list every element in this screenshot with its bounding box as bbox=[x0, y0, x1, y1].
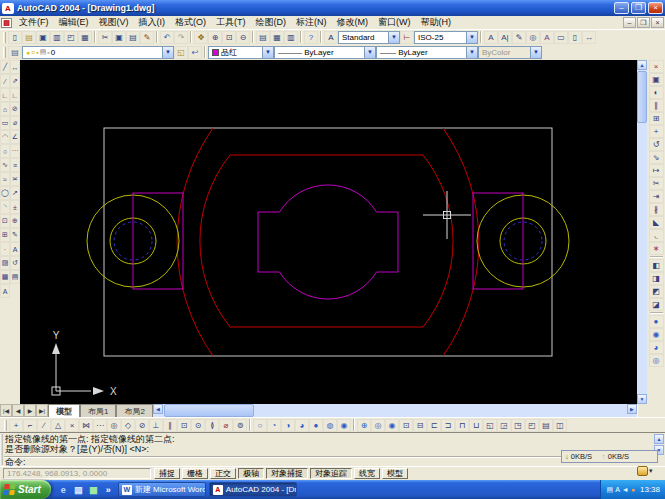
designcenter-button[interactable]: ▦ bbox=[270, 31, 284, 44]
toolbar-grip[interactable] bbox=[3, 32, 6, 43]
layer-on-button[interactable]: ● bbox=[26, 49, 30, 56]
task-button-0[interactable]: W新建 Microsoft Word ... bbox=[118, 482, 206, 497]
multiline-text-button[interactable]: A bbox=[484, 31, 498, 44]
mirror-button[interactable]: ◐ bbox=[649, 86, 664, 99]
tray-helper-widget[interactable]: ▾ bbox=[637, 466, 653, 476]
status-toggle-6[interactable]: 线宽 bbox=[354, 468, 380, 479]
flat-shaded-edges-button[interactable]: ◍ bbox=[323, 419, 337, 432]
ime-tray-button[interactable]: A bbox=[615, 486, 620, 494]
child-restore-button[interactable]: ❐ bbox=[637, 17, 650, 28]
child-close-button[interactable]: × bbox=[651, 17, 664, 28]
keyboard-tray-button[interactable]: ▤ bbox=[607, 486, 614, 494]
scroll-up-icon[interactable]: ▲ bbox=[654, 434, 664, 444]
close-button[interactable]: × bbox=[648, 2, 663, 14]
view-bottom-button[interactable]: ⊟ bbox=[413, 419, 427, 432]
toolbar-grip[interactable] bbox=[3, 47, 6, 58]
plot-preview-button[interactable]: ◰ bbox=[64, 31, 78, 44]
snap-none-button[interactable]: ⌀ bbox=[219, 419, 233, 432]
tab-prev-button[interactable]: ◀ bbox=[12, 404, 24, 417]
temporary-track-point-button[interactable]: + bbox=[9, 419, 23, 432]
status-toggle-3[interactable]: 极轴 bbox=[238, 468, 264, 479]
snap-intersection-button[interactable]: × bbox=[65, 419, 79, 432]
spline-button[interactable]: ≈ bbox=[0, 172, 10, 186]
orbit-3d-button[interactable]: ◎ bbox=[649, 354, 664, 367]
polyline-button[interactable]: ∟ bbox=[0, 88, 10, 102]
tab-next-button[interactable]: ▶ bbox=[24, 404, 36, 417]
undo-button[interactable]: ↶ bbox=[160, 31, 174, 44]
toolbar-grip[interactable] bbox=[4, 420, 7, 431]
copy-object-button[interactable]: ▣ bbox=[649, 73, 664, 86]
insert-block-button[interactable]: ⊡ bbox=[0, 214, 10, 228]
snap-center-button[interactable]: ◎ bbox=[107, 419, 121, 432]
lineweight-combo[interactable]: —— ByLayer ▼ bbox=[376, 46, 478, 59]
snap-insert-button[interactable]: ⊡ bbox=[177, 419, 191, 432]
quick-launch-more-button[interactable]: » bbox=[102, 483, 115, 496]
open-button[interactable]: ▤ bbox=[22, 31, 36, 44]
scale-text-button[interactable]: ▭ bbox=[554, 31, 568, 44]
gouraud-shaded-edges-button[interactable]: ◉ bbox=[337, 419, 351, 432]
text-style-button[interactable]: A bbox=[540, 31, 554, 44]
view-right-button[interactable]: ⊐ bbox=[441, 419, 455, 432]
menu-item-0[interactable]: 文件(F) bbox=[14, 16, 54, 29]
zoom-3d-button[interactable]: ⊕ bbox=[357, 419, 371, 432]
break-button[interactable]: ∦ bbox=[649, 203, 664, 216]
view-ne-iso-button[interactable]: ◳ bbox=[511, 419, 525, 432]
vertical-scroll-thumb[interactable] bbox=[637, 71, 647, 123]
view-left-button[interactable]: ⊏ bbox=[427, 419, 441, 432]
copy-clip-button[interactable]: ▣ bbox=[112, 31, 126, 44]
zoom-previous-button[interactable]: ⊖ bbox=[236, 31, 250, 44]
tab-last-button[interactable]: ▶| bbox=[36, 404, 48, 417]
pan-realtime-button[interactable]: ✥ bbox=[194, 31, 208, 44]
scroll-down-icon[interactable]: ▼ bbox=[637, 394, 647, 404]
status-toggle-0[interactable]: 捕捉 bbox=[154, 468, 180, 479]
chevron-down-icon[interactable]: ▼ bbox=[466, 32, 477, 43]
region-button[interactable]: ▩ bbox=[0, 270, 10, 284]
gouraud-shaded-button[interactable]: ● bbox=[309, 419, 323, 432]
layer-properties-manager-button[interactable]: ▤ bbox=[8, 46, 22, 59]
snap-perpendicular-button[interactable]: ⊥ bbox=[149, 419, 163, 432]
layer-plot-button[interactable]: ▤ bbox=[40, 48, 47, 56]
line-button[interactable]: ╱ bbox=[0, 60, 10, 74]
arc-button[interactable]: ◠ bbox=[0, 130, 10, 144]
polygon-button[interactable]: ⌂ bbox=[0, 102, 10, 116]
plot-button[interactable]: ▥ bbox=[50, 31, 64, 44]
draworder-under-button[interactable]: ◪ bbox=[649, 298, 664, 311]
view-front-button[interactable]: ⊓ bbox=[455, 419, 469, 432]
tool-palettes-button[interactable]: ▥ bbox=[284, 31, 298, 44]
wireframe-2d-button[interactable]: ○ bbox=[253, 419, 267, 432]
osnap-settings-button[interactable]: ⊚ bbox=[233, 419, 247, 432]
scroll-left-icon[interactable]: ◀ bbox=[153, 404, 163, 414]
cad-drawing[interactable]: YX bbox=[20, 60, 627, 404]
layer-previous-button[interactable]: ↩ bbox=[188, 46, 202, 59]
start-button[interactable]: Start bbox=[0, 480, 51, 499]
tab-first-button[interactable]: |◀ bbox=[0, 404, 12, 417]
named-views-button[interactable]: ▤ bbox=[539, 419, 553, 432]
menu-item-2[interactable]: 视图(V) bbox=[94, 16, 134, 29]
vertical-scrollbar[interactable]: ▲ ▼ bbox=[637, 60, 647, 404]
explode-button[interactable]: ∗ bbox=[649, 242, 664, 255]
publish-button[interactable]: ▦ bbox=[78, 31, 92, 44]
volume-tray-button[interactable]: ◄ bbox=[622, 486, 629, 494]
shade-hidden-view-button[interactable]: ◑ bbox=[281, 419, 295, 432]
restore-button[interactable]: ❐ bbox=[631, 2, 646, 14]
menu-item-3[interactable]: 插入(I) bbox=[134, 16, 171, 29]
layer-color-chip-button[interactable]: ▫ bbox=[47, 49, 49, 56]
dim-text-edit-button[interactable]: A bbox=[10, 242, 20, 256]
horizontal-scrollbar[interactable]: ◀ ▶ bbox=[153, 404, 637, 417]
layer-lock-button[interactable]: ▪ bbox=[36, 49, 38, 56]
dim-ordinate-button[interactable]: ∟ bbox=[10, 88, 20, 102]
chevron-down-icon[interactable]: ▼ bbox=[364, 47, 375, 58]
new-button[interactable]: ▯ bbox=[8, 31, 22, 44]
task-button-1[interactable]: AAutoCAD 2004 - [Dra... bbox=[209, 482, 297, 497]
drawing-canvas[interactable]: YX ▲ ▼ bbox=[20, 60, 647, 404]
dim-style-manager-button[interactable]: ⊢ bbox=[400, 31, 414, 44]
menu-item-10[interactable]: 帮助(H) bbox=[416, 16, 457, 29]
status-toggle-1[interactable]: 栅格 bbox=[182, 468, 208, 479]
snap-tangent-button[interactable]: ⊘ bbox=[135, 419, 149, 432]
chevron-down-icon[interactable]: ▼ bbox=[466, 47, 477, 58]
snap-midpoint-button[interactable]: △ bbox=[51, 419, 65, 432]
ellipse-arc-button[interactable]: ◝ bbox=[0, 200, 10, 214]
child-minimize-button[interactable]: – bbox=[623, 17, 636, 28]
chevron-down-icon[interactable]: ▼ bbox=[162, 47, 173, 58]
view-back-button[interactable]: ⊔ bbox=[469, 419, 483, 432]
